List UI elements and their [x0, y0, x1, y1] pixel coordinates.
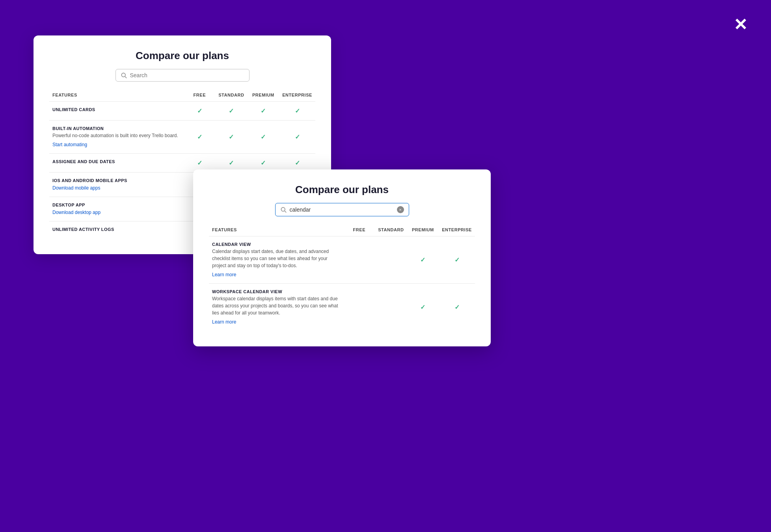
checkmark-icon [454, 304, 460, 311]
card1-title: Compare our plans [49, 50, 315, 62]
checkmark-icon [295, 108, 300, 114]
search-icon [121, 72, 127, 78]
check-standard [375, 284, 407, 331]
card1-col-enterprise: ENTERPRISE [279, 93, 315, 102]
checkmark-icon [261, 160, 266, 166]
feature-title: ASSIGNEE AND DUE DATES [52, 159, 181, 164]
feature-cell: BUILT-IN AUTOMATIONPowerful no-code auto… [49, 121, 184, 154]
table-row: UNLIMITED CARDS [49, 102, 315, 121]
feature-title: CALENDAR VIEW [212, 242, 340, 247]
card1-col-premium: PREMIUM [248, 93, 279, 102]
feature-desc: Powerful no-code automation is built int… [52, 132, 181, 139]
checkmark-icon [197, 160, 202, 166]
feature-cell: UNLIMITED CARDS [49, 102, 184, 121]
checkmark-icon [454, 257, 460, 263]
check-free [343, 284, 375, 331]
svg-point-0 [121, 73, 125, 77]
check-free [184, 121, 215, 154]
checkmark-icon [197, 108, 202, 114]
check-premium [248, 102, 279, 121]
table-row: WORKSPACE CALENDAR VIEWWorkspace calenda… [209, 284, 475, 331]
checkmark-icon [229, 134, 234, 140]
checkmark-icon [261, 134, 266, 140]
feature-desc: Calendar displays start dates, due dates… [212, 248, 340, 269]
check-standard [375, 236, 407, 284]
search-icon [280, 206, 287, 213]
card2-col-premium: PREMIUM [407, 227, 439, 236]
check-enterprise [439, 284, 475, 331]
table-row: BUILT-IN AUTOMATIONPowerful no-code auto… [49, 121, 315, 154]
card1-col-free: FREE [184, 93, 215, 102]
feature-title: DESKTOP APP [52, 203, 181, 207]
check-premium [407, 284, 439, 331]
feature-title: UNLIMITED ACTIVITY LOGS [52, 227, 181, 232]
feature-link[interactable]: Learn more [212, 319, 236, 325]
check-enterprise [279, 102, 315, 121]
svg-line-1 [125, 76, 127, 78]
check-premium [248, 121, 279, 154]
feature-cell: WORKSPACE CALENDAR VIEWWorkspace calenda… [209, 284, 343, 331]
feature-title: BUILT-IN AUTOMATION [52, 126, 181, 131]
card2-title: Compare our plans [209, 184, 475, 196]
feature-title: WORKSPACE CALENDAR VIEW [212, 289, 340, 294]
card1-search-wrapper [115, 69, 250, 82]
compare-plans-card-2: Compare our plans × FEATURES FREE STANDA… [193, 169, 491, 346]
feature-title: UNLIMITED CARDS [52, 107, 181, 112]
feature-cell: ASSIGNEE AND DUE DATES [49, 154, 184, 173]
check-enterprise [279, 121, 315, 154]
card2-compare-table: FEATURES FREE STANDARD PREMIUM ENTERPRIS… [209, 227, 475, 331]
feature-desc: Workspace calendar displays items with s… [212, 295, 340, 316]
check-premium [407, 236, 439, 284]
feature-link[interactable]: Learn more [212, 272, 236, 277]
table-row: CALENDAR VIEWCalendar displays start dat… [209, 236, 475, 284]
check-free [184, 102, 215, 121]
search-clear-button[interactable]: × [397, 206, 404, 213]
feature-link[interactable]: Download desktop app [52, 210, 101, 215]
feature-title: IOS AND ANDROID MOBILE APPS [52, 178, 181, 183]
checkmark-icon [420, 257, 425, 263]
feature-cell: DESKTOP APPDownload desktop app [49, 197, 184, 221]
feature-link[interactable]: Download mobile apps [52, 185, 100, 191]
checkmark-icon [229, 108, 234, 114]
feature-cell: IOS AND ANDROID MOBILE APPSDownload mobi… [49, 173, 184, 197]
card1-search-input[interactable] [130, 72, 244, 78]
card2-col-enterprise: ENTERPRISE [439, 227, 475, 236]
check-standard [215, 102, 247, 121]
card1-col-features: FEATURES [49, 93, 184, 102]
checkmark-icon [197, 134, 202, 140]
checkmark-icon [295, 160, 300, 166]
svg-line-3 [285, 211, 286, 212]
feature-cell: UNLIMITED ACTIVITY LOGS [49, 221, 184, 239]
checkmark-icon [295, 134, 300, 140]
checkmark-icon [261, 108, 266, 114]
feature-link[interactable]: Start automating [52, 142, 87, 147]
card2-col-standard: STANDARD [375, 227, 407, 236]
check-standard [215, 121, 247, 154]
check-free [343, 236, 375, 284]
card2-search-wrapper: × [275, 203, 409, 216]
feature-cell: CALENDAR VIEWCalendar displays start dat… [209, 236, 343, 284]
svg-point-2 [281, 207, 285, 211]
checkmark-icon [229, 160, 234, 166]
close-icon[interactable]: ✕ [734, 17, 747, 33]
card2-col-free: FREE [343, 227, 375, 236]
card1-col-standard: STANDARD [215, 93, 247, 102]
card2-col-features: FEATURES [209, 227, 343, 236]
card2-search-input[interactable] [290, 206, 395, 213]
check-enterprise [439, 236, 475, 284]
checkmark-icon [420, 304, 425, 311]
